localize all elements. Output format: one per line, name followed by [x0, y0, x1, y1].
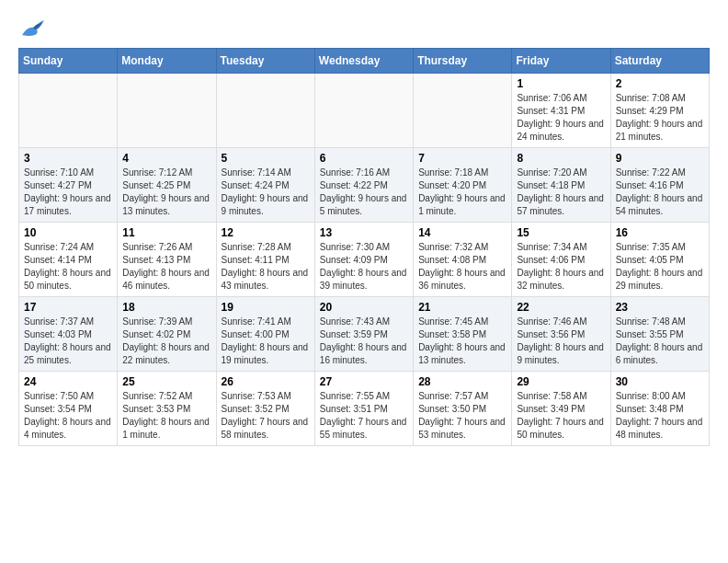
calendar-cell: 13Sunrise: 7:30 AM Sunset: 4:09 PM Dayli… — [314, 223, 413, 297]
calendar-header-row: SundayMondayTuesdayWednesdayThursdayFrid… — [19, 49, 710, 74]
day-number: 26 — [222, 375, 310, 388]
header-wednesday: Wednesday — [314, 49, 413, 74]
day-number: 20 — [320, 301, 408, 314]
calendar-cell: 3Sunrise: 7:10 AM Sunset: 4:27 PM Daylig… — [19, 148, 118, 223]
day-info: Sunrise: 7:55 AM Sunset: 3:51 PM Dayligh… — [320, 390, 408, 442]
calendar-cell — [314, 74, 413, 148]
calendar-cell: 30Sunrise: 8:00 AM Sunset: 3:48 PM Dayli… — [610, 372, 709, 446]
header-friday: Friday — [512, 49, 610, 74]
day-info: Sunrise: 7:24 AM Sunset: 4:14 PM Dayligh… — [24, 241, 112, 293]
day-number: 13 — [320, 226, 408, 239]
day-info: Sunrise: 7:06 AM Sunset: 4:31 PM Dayligh… — [517, 92, 605, 144]
calendar-cell — [118, 74, 216, 148]
calendar-cell: 19Sunrise: 7:41 AM Sunset: 4:00 PM Dayli… — [216, 297, 314, 372]
day-number: 22 — [517, 301, 605, 314]
header-tuesday: Tuesday — [216, 49, 314, 74]
day-number: 21 — [418, 301, 506, 314]
calendar-cell: 1Sunrise: 7:06 AM Sunset: 4:31 PM Daylig… — [512, 74, 610, 148]
day-info: Sunrise: 7:30 AM Sunset: 4:09 PM Dayligh… — [320, 241, 408, 293]
day-number: 10 — [24, 226, 112, 239]
calendar-cell: 21Sunrise: 7:45 AM Sunset: 3:58 PM Dayli… — [414, 297, 512, 372]
page-header — [18, 18, 710, 39]
day-number: 3 — [24, 152, 112, 165]
day-number: 11 — [122, 226, 210, 239]
day-info: Sunrise: 7:18 AM Sunset: 4:20 PM Dayligh… — [418, 167, 506, 218]
day-info: Sunrise: 7:16 AM Sunset: 4:22 PM Dayligh… — [320, 167, 408, 218]
day-info: Sunrise: 7:39 AM Sunset: 4:02 PM Dayligh… — [122, 316, 210, 367]
day-number: 23 — [616, 301, 704, 314]
header-sunday: Sunday — [19, 49, 118, 74]
calendar-week-3: 17Sunrise: 7:37 AM Sunset: 4:03 PM Dayli… — [19, 297, 710, 372]
calendar-cell: 10Sunrise: 7:24 AM Sunset: 4:14 PM Dayli… — [19, 223, 118, 297]
calendar-table: SundayMondayTuesdayWednesdayThursdayFrid… — [18, 48, 710, 446]
logo-icon — [18, 18, 44, 39]
calendar-cell: 11Sunrise: 7:26 AM Sunset: 4:13 PM Dayli… — [118, 223, 216, 297]
day-info: Sunrise: 7:52 AM Sunset: 3:53 PM Dayligh… — [122, 390, 210, 442]
day-number: 28 — [418, 375, 506, 388]
day-number: 7 — [418, 152, 506, 165]
day-number: 4 — [122, 152, 210, 165]
day-info: Sunrise: 7:10 AM Sunset: 4:27 PM Dayligh… — [24, 167, 112, 218]
header-thursday: Thursday — [414, 49, 512, 74]
day-number: 8 — [517, 152, 605, 165]
calendar-week-1: 3Sunrise: 7:10 AM Sunset: 4:27 PM Daylig… — [19, 148, 710, 223]
calendar-cell: 4Sunrise: 7:12 AM Sunset: 4:25 PM Daylig… — [118, 148, 216, 223]
day-info: Sunrise: 7:50 AM Sunset: 3:54 PM Dayligh… — [24, 390, 112, 442]
day-number: 19 — [222, 301, 310, 314]
day-info: Sunrise: 7:58 AM Sunset: 3:49 PM Dayligh… — [517, 390, 605, 442]
header-monday: Monday — [118, 49, 216, 74]
day-number: 12 — [222, 226, 310, 239]
calendar-week-0: 1Sunrise: 7:06 AM Sunset: 4:31 PM Daylig… — [19, 74, 710, 148]
day-number: 16 — [616, 226, 704, 239]
calendar-cell — [19, 74, 118, 148]
day-info: Sunrise: 7:34 AM Sunset: 4:06 PM Dayligh… — [517, 241, 605, 293]
day-info: Sunrise: 7:48 AM Sunset: 3:55 PM Dayligh… — [616, 316, 704, 367]
calendar-cell: 28Sunrise: 7:57 AM Sunset: 3:50 PM Dayli… — [414, 372, 512, 446]
day-info: Sunrise: 7:53 AM Sunset: 3:52 PM Dayligh… — [222, 390, 310, 442]
day-number: 9 — [616, 152, 704, 165]
calendar-cell: 8Sunrise: 7:20 AM Sunset: 4:18 PM Daylig… — [512, 148, 610, 223]
day-info: Sunrise: 7:37 AM Sunset: 4:03 PM Dayligh… — [24, 316, 112, 367]
calendar-cell: 15Sunrise: 7:34 AM Sunset: 4:06 PM Dayli… — [512, 223, 610, 297]
day-info: Sunrise: 8:00 AM Sunset: 3:48 PM Dayligh… — [616, 390, 704, 442]
day-number: 18 — [122, 301, 210, 314]
day-info: Sunrise: 7:20 AM Sunset: 4:18 PM Dayligh… — [517, 167, 605, 218]
day-number: 6 — [320, 152, 408, 165]
calendar-cell: 18Sunrise: 7:39 AM Sunset: 4:02 PM Dayli… — [118, 297, 216, 372]
day-number: 14 — [418, 226, 506, 239]
calendar-cell: 16Sunrise: 7:35 AM Sunset: 4:05 PM Dayli… — [610, 223, 709, 297]
day-number: 17 — [24, 301, 112, 314]
day-number: 29 — [517, 375, 605, 388]
calendar-cell: 24Sunrise: 7:50 AM Sunset: 3:54 PM Dayli… — [19, 372, 118, 446]
day-info: Sunrise: 7:35 AM Sunset: 4:05 PM Dayligh… — [616, 241, 704, 293]
calendar-cell: 7Sunrise: 7:18 AM Sunset: 4:20 PM Daylig… — [414, 148, 512, 223]
calendar-cell: 29Sunrise: 7:58 AM Sunset: 3:49 PM Dayli… — [512, 372, 610, 446]
calendar-cell: 22Sunrise: 7:46 AM Sunset: 3:56 PM Dayli… — [512, 297, 610, 372]
day-info: Sunrise: 7:14 AM Sunset: 4:24 PM Dayligh… — [222, 167, 310, 218]
day-info: Sunrise: 7:41 AM Sunset: 4:00 PM Dayligh… — [222, 316, 310, 367]
calendar-cell: 12Sunrise: 7:28 AM Sunset: 4:11 PM Dayli… — [216, 223, 314, 297]
day-number: 24 — [24, 375, 112, 388]
logo — [18, 18, 48, 39]
day-number: 5 — [222, 152, 310, 165]
day-number: 30 — [616, 375, 704, 388]
calendar-cell: 23Sunrise: 7:48 AM Sunset: 3:55 PM Dayli… — [610, 297, 709, 372]
calendar-cell: 26Sunrise: 7:53 AM Sunset: 3:52 PM Dayli… — [216, 372, 314, 446]
day-info: Sunrise: 7:45 AM Sunset: 3:58 PM Dayligh… — [418, 316, 506, 367]
day-info: Sunrise: 7:46 AM Sunset: 3:56 PM Dayligh… — [517, 316, 605, 367]
day-number: 25 — [122, 375, 210, 388]
calendar-cell: 25Sunrise: 7:52 AM Sunset: 3:53 PM Dayli… — [118, 372, 216, 446]
day-info: Sunrise: 7:32 AM Sunset: 4:08 PM Dayligh… — [418, 241, 506, 293]
day-number: 15 — [517, 226, 605, 239]
day-number: 1 — [517, 77, 605, 90]
calendar-cell: 2Sunrise: 7:08 AM Sunset: 4:29 PM Daylig… — [610, 74, 709, 148]
day-info: Sunrise: 7:28 AM Sunset: 4:11 PM Dayligh… — [222, 241, 310, 293]
calendar-cell: 6Sunrise: 7:16 AM Sunset: 4:22 PM Daylig… — [314, 148, 413, 223]
day-number: 2 — [616, 77, 704, 90]
day-info: Sunrise: 7:08 AM Sunset: 4:29 PM Dayligh… — [616, 92, 704, 144]
day-info: Sunrise: 7:57 AM Sunset: 3:50 PM Dayligh… — [418, 390, 506, 442]
calendar-week-2: 10Sunrise: 7:24 AM Sunset: 4:14 PM Dayli… — [19, 223, 710, 297]
calendar-cell: 20Sunrise: 7:43 AM Sunset: 3:59 PM Dayli… — [314, 297, 413, 372]
header-saturday: Saturday — [610, 49, 709, 74]
calendar-cell: 27Sunrise: 7:55 AM Sunset: 3:51 PM Dayli… — [314, 372, 413, 446]
